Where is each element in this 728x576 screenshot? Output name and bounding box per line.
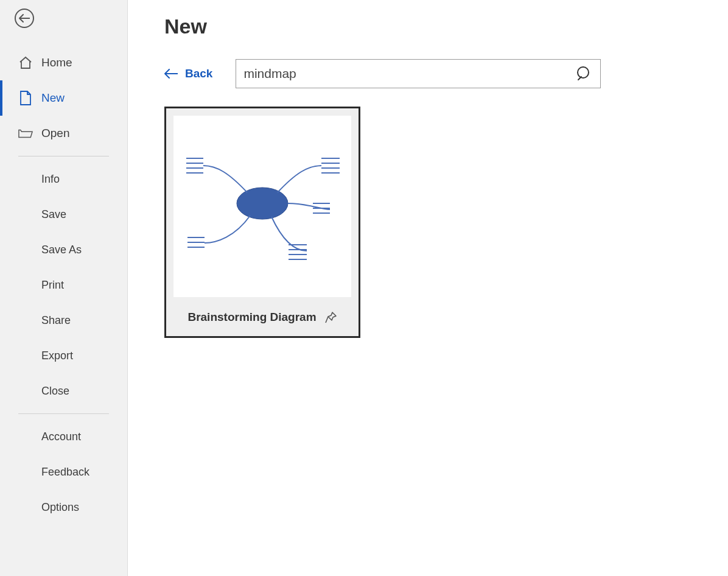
search-row: Back [164, 59, 728, 88]
sidebar-item-label: New [41, 91, 65, 105]
sidebar-divider [18, 156, 109, 156]
sidebar-divider [18, 413, 109, 414]
sidebar-item-feedback[interactable]: Feedback [0, 454, 127, 490]
sidebar-item-label: Share [41, 314, 71, 327]
sidebar-item-label: Feedback [41, 466, 89, 479]
page-title: New [164, 15, 728, 38]
sidebar-item-account[interactable]: Account [0, 419, 127, 454]
back-link[interactable]: Back [164, 67, 212, 80]
folder-open-icon [18, 126, 33, 141]
sidebar-item-new[interactable]: New [0, 80, 127, 116]
sidebar-item-label: Info [41, 173, 60, 186]
back-link-label: Back [185, 67, 212, 80]
sidebar-item-label: Home [41, 56, 72, 69]
svg-point-0 [578, 67, 589, 78]
sidebar-item-share[interactable]: Share [0, 303, 127, 338]
sidebar-item-label: Save [41, 208, 66, 221]
template-label: Brainstorming Diagram [187, 311, 316, 324]
sidebar-item-open[interactable]: Open [0, 116, 127, 151]
sidebar-item-label: Export [41, 349, 73, 362]
sidebar-item-close[interactable]: Close [0, 373, 127, 409]
back-button[interactable] [15, 9, 34, 28]
template-search-input[interactable] [243, 66, 576, 81]
sidebar-item-save-as[interactable]: Save As [0, 232, 127, 267]
template-search-box [236, 59, 601, 88]
svg-point-1 [237, 188, 288, 219]
sidebar-item-label: Open [41, 127, 69, 140]
mindmap-preview-icon [180, 136, 345, 276]
backstage-sidebar: Home New Open Info Save Save As Print Sh… [0, 0, 128, 576]
sidebar-item-label: Options [41, 501, 79, 514]
sidebar-item-label: Close [41, 385, 69, 398]
sidebar-item-info[interactable]: Info [0, 161, 127, 197]
template-footer: Brainstorming Diagram [173, 297, 351, 324]
sidebar-item-label: Account [41, 430, 81, 443]
home-icon [18, 55, 33, 70]
sidebar-item-print[interactable]: Print [0, 267, 127, 303]
arrow-left-icon [164, 69, 178, 79]
sidebar-item-save[interactable]: Save [0, 197, 127, 232]
template-preview [173, 116, 351, 297]
sidebar-item-home[interactable]: Home [0, 45, 127, 80]
sidebar-item-label: Print [41, 279, 64, 292]
arrow-left-icon [19, 14, 30, 23]
new-document-icon [18, 91, 33, 105]
pin-icon[interactable] [325, 311, 337, 323]
search-icon[interactable] [576, 65, 593, 82]
main-panel: New Back [128, 0, 728, 576]
sidebar-item-export[interactable]: Export [0, 338, 127, 373]
sidebar-item-options[interactable]: Options [0, 490, 127, 525]
template-tile-brainstorming[interactable]: Brainstorming Diagram [164, 107, 360, 338]
sidebar-item-label: Save As [41, 244, 82, 256]
